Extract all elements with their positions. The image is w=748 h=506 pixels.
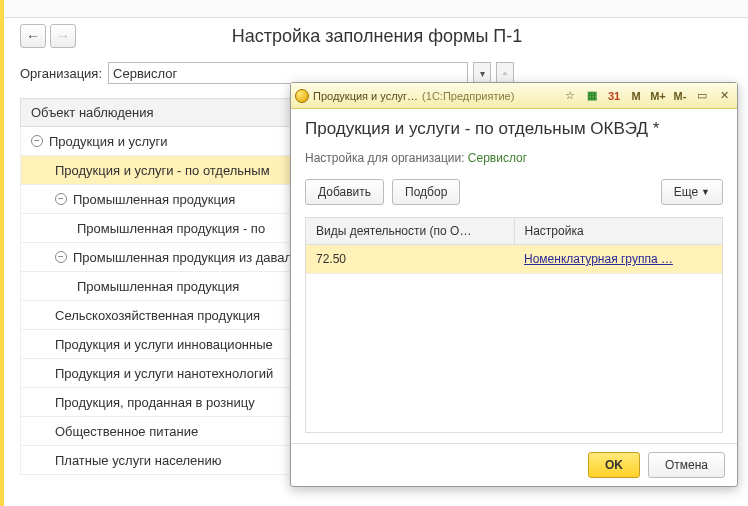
memory-m-button[interactable]: M: [627, 87, 645, 105]
tree-label: Промышленная продукция - по: [77, 221, 265, 236]
table-body: 72.50 Номенклатурная группа …: [306, 245, 722, 432]
title-bar: ← → Настройка заполнения формы П-1: [0, 18, 748, 58]
tree-expander-icon[interactable]: −: [55, 251, 67, 263]
tree-label: Продукция, проданная в розницу: [55, 395, 255, 410]
modal-sub-value: Сервислог: [468, 151, 527, 165]
calculator-icon[interactable]: ▦: [583, 87, 601, 105]
app-icon: [295, 89, 309, 103]
modal-footer: OK Отмена: [291, 443, 737, 486]
tree-expander-icon[interactable]: −: [31, 135, 43, 147]
organization-value: Сервислог: [113, 66, 177, 81]
calendar-icon[interactable]: 31: [605, 87, 623, 105]
organization-label: Организация:: [20, 66, 102, 81]
table-row[interactable]: 72.50 Номенклатурная группа …: [306, 245, 722, 274]
organization-open-button[interactable]: ▫: [496, 62, 514, 84]
tree-label: Продукция и услуги - по отдельным: [55, 163, 270, 178]
page-title: Настройка заполнения формы П-1: [86, 26, 728, 47]
add-button[interactable]: Добавить: [305, 179, 384, 205]
modal-sub-label: Настройка для организации:: [305, 151, 465, 165]
table-cell-setting-link[interactable]: Номенклатурная группа …: [514, 245, 722, 273]
left-accent-bar: [0, 0, 4, 506]
table-header-setting[interactable]: Настройка: [515, 218, 723, 244]
more-button[interactable]: Еще ▼: [661, 179, 723, 205]
modal-body: Продукция и услуги - по отдельным ОКВЭД …: [291, 109, 737, 443]
top-ruler: [0, 0, 748, 18]
modal-title-subtext: (1С:Предприятие): [422, 90, 514, 102]
tree-label: Промышленная продукция: [73, 192, 235, 207]
memory-mminus-button[interactable]: M-: [671, 87, 689, 105]
minimize-icon[interactable]: ▭: [693, 87, 711, 105]
pick-button[interactable]: Подбор: [392, 179, 460, 205]
modal-title-text: Продукция и услуг…: [313, 90, 418, 102]
modal-titlebar: Продукция и услуг… (1С:Предприятие) ☆ ▦ …: [291, 83, 737, 109]
organization-input[interactable]: Сервислог: [108, 62, 468, 84]
modal-toolbar: Добавить Подбор Еще ▼: [305, 179, 723, 205]
nav-back-button[interactable]: ←: [20, 24, 46, 48]
cancel-button[interactable]: Отмена: [648, 452, 725, 478]
organization-dropdown-button[interactable]: ▾: [473, 62, 491, 84]
table-header: Виды деятельности (по О… Настройка: [306, 218, 722, 245]
tree-label: Сельскохозяйственная продукция: [55, 308, 260, 323]
close-icon[interactable]: ✕: [715, 87, 733, 105]
tree-label: Промышленная продукция: [77, 279, 239, 294]
chevron-down-icon: ▼: [701, 187, 710, 197]
tree-label: Общественное питание: [55, 424, 198, 439]
tree-expander-icon[interactable]: −: [55, 193, 67, 205]
tree-label: Продукция и услуги инновационные: [55, 337, 273, 352]
memory-mplus-button[interactable]: M+: [649, 87, 667, 105]
ok-button[interactable]: OK: [588, 452, 640, 478]
nav-forward-button[interactable]: →: [50, 24, 76, 48]
tree-label: Продукция и услуги нанотехнологий: [55, 366, 273, 381]
modal-window: Продукция и услуг… (1С:Предприятие) ☆ ▦ …: [290, 82, 738, 487]
modal-table: Виды деятельности (по О… Настройка 72.50…: [305, 217, 723, 433]
favorite-icon[interactable]: ☆: [561, 87, 579, 105]
modal-heading: Продукция и услуги - по отдельным ОКВЭД …: [305, 119, 723, 139]
tree-label: Платные услуги населению: [55, 453, 221, 468]
table-cell-activity: 72.50: [306, 245, 514, 273]
tree-label: Продукция и услуги: [49, 134, 167, 149]
more-button-label: Еще: [674, 185, 698, 199]
table-header-activity[interactable]: Виды деятельности (по О…: [306, 218, 515, 244]
nav-buttons: ← →: [20, 24, 76, 48]
modal-subheading: Настройка для организации: Сервислог: [305, 151, 723, 165]
